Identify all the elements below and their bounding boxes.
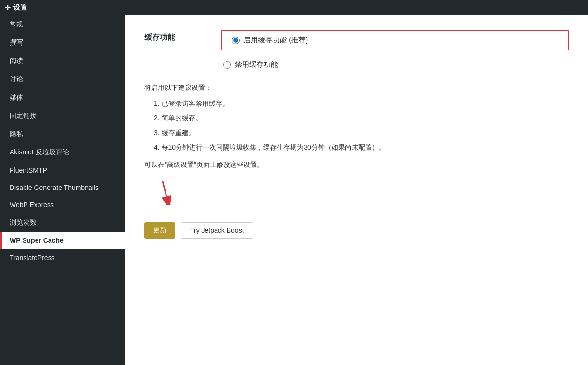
sidebar-item-media[interactable]: 媒体 (0, 88, 125, 107)
disable-cache-option[interactable]: 禁用缓存功能 (223, 60, 569, 69)
sidebar-item-akismet[interactable]: Akismet 反垃圾评论 (0, 143, 125, 162)
cache-section-controls: 启用缓存功能 (推荐) 禁用缓存功能 (221, 30, 569, 69)
list-item: 1. 已登录访客禁用缓存。 (154, 98, 569, 109)
arrow-icon (153, 179, 182, 205)
disable-cache-label: 禁用缓存功能 (235, 60, 278, 69)
disable-cache-radio[interactable] (223, 61, 231, 69)
sidebar-item-wp-super-cache[interactable]: WP Super Cache (0, 232, 125, 249)
svg-line-0 (163, 181, 167, 201)
description-intro: 将启用以下建议设置： (144, 84, 569, 92)
sidebar-item-label: 常规 (10, 20, 23, 28)
description-footer: 可以在"高级设置"页面上修改这些设置。 (144, 161, 569, 169)
sidebar-item-label: 浏览次数 (10, 218, 37, 226)
button-row: 更新 Try Jetpack Boost (144, 222, 569, 239)
cache-section-label: 缓存功能 (144, 30, 221, 43)
sidebar-item-label: 媒体 (10, 93, 23, 101)
cache-radio-group: 启用缓存功能 (推荐) 禁用缓存功能 (221, 30, 569, 69)
enable-cache-option[interactable]: 启用缓存功能 (推荐) (232, 36, 308, 45)
sidebar-item-view-count[interactable]: 浏览次数 (0, 214, 125, 232)
list-item: 2. 简单的缓存。 (154, 113, 569, 123)
enable-cache-radio[interactable] (232, 37, 240, 44)
sidebar-item-webp-express[interactable]: WebP Express (0, 196, 125, 214)
cache-section-row: 缓存功能 启用缓存功能 (推荐) 禁用缓存功能 (144, 30, 569, 69)
description-list: 1. 已登录访客禁用缓存。 2. 简单的缓存。 3. 缓存重建。 4. 每10分… (154, 98, 569, 153)
sidebar-item-translatepress[interactable]: TranslatePress (0, 249, 125, 266)
sidebar-item-discussion[interactable]: 讨论 (0, 70, 125, 88)
sidebar-item-reading[interactable]: 阅读 (0, 52, 125, 70)
wp-logo-icon: ✛ (5, 4, 11, 12)
sidebar-item-label: WP Super Cache (10, 237, 64, 244)
admin-bar: ✛ 设置 (0, 0, 588, 15)
sidebar-item-label: TranslatePress (10, 254, 55, 262)
sidebar-item-fluentsmtp[interactable]: FluentSMTP (0, 162, 125, 179)
main-layout: 常规 撰写 阅读 讨论 媒体 固定链接 隐私 Akismet 反垃圾评论 Flu… (0, 15, 588, 365)
admin-bar-title: 设置 (13, 3, 27, 12)
sidebar-item-general[interactable]: 常规 (0, 15, 125, 34)
sidebar-item-disable-generate-thumbnails[interactable]: Disable Generate Thumbnails (0, 179, 125, 196)
sidebar-item-label: WebP Express (10, 201, 54, 209)
try-jetpack-boost-button[interactable]: Try Jetpack Boost (181, 222, 253, 239)
content-area: 缓存功能 启用缓存功能 (推荐) 禁用缓存功能 (125, 15, 588, 365)
sidebar-item-label: 隐私 (10, 130, 23, 138)
sidebar-item-label: Akismet 反垃圾评论 (10, 148, 69, 156)
sidebar-item-label: 固定链接 (10, 112, 37, 119)
list-item: 4. 每10分钟进行一次间隔垃圾收集，缓存生存期为30分钟（如果尚未配置）。 (154, 142, 569, 152)
sidebar-item-label: 讨论 (10, 75, 23, 83)
sidebar-item-label: 撰写 (10, 38, 23, 46)
admin-bar-logo: ✛ 设置 (5, 3, 27, 12)
sidebar: 常规 撰写 阅读 讨论 媒体 固定链接 隐私 Akismet 反垃圾评论 Flu… (0, 15, 125, 365)
enable-cache-option-box: 启用缓存功能 (推荐) (221, 30, 569, 50)
enable-cache-label: 启用缓存功能 (推荐) (243, 36, 308, 45)
sidebar-item-permalink[interactable]: 固定链接 (0, 107, 125, 125)
sidebar-item-privacy[interactable]: 隐私 (0, 125, 125, 143)
sidebar-item-label: FluentSMTP (10, 166, 47, 174)
sidebar-item-writing[interactable]: 撰写 (0, 34, 125, 52)
list-item: 3. 缓存重建。 (154, 127, 569, 138)
description-section: 将启用以下建议设置： 1. 已登录访客禁用缓存。 2. 简单的缓存。 3. 缓存… (144, 84, 569, 169)
sidebar-item-label: Disable Generate Thumbnails (10, 184, 99, 191)
update-button[interactable]: 更新 (144, 222, 175, 239)
sidebar-item-label: 阅读 (10, 57, 23, 64)
